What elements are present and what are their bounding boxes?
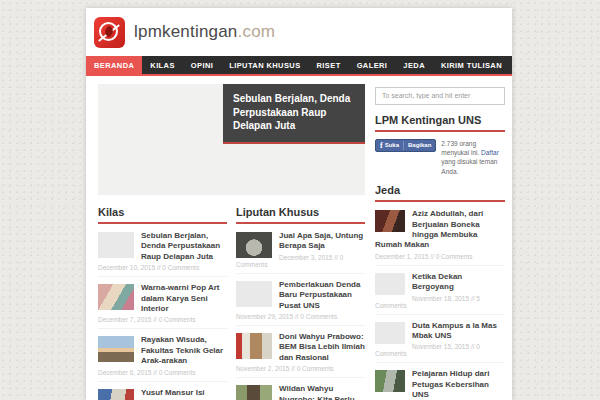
search-input[interactable] [375, 87, 505, 105]
sidebar-section-facebook: LPM Kentingan UNS fSuka Bagikan 2.739 or… [375, 114, 505, 177]
article-item: Ketika Dekan Bergoyang November 18, 2015… [375, 266, 505, 315]
site-name: lpmkentingan [134, 22, 238, 41]
section-kilas: Kilas Sebulan Berjalan, Denda Perpustaka… [98, 206, 227, 400]
facebook-text-after: yang disukai teman Anda. [441, 158, 497, 174]
site-logo[interactable] [94, 17, 125, 48]
section-heading-liputan-khusus: Liputan Khusus [236, 206, 365, 224]
site-title[interactable]: lpmkentingan.com [134, 22, 275, 42]
site-header: lpmkentingan.com [86, 8, 512, 56]
main-column: Sebulan Berjalan, Denda Perpustakaan Rau… [98, 84, 365, 400]
article-item: Yusuf Mansur Isi Tabligh Akbar December … [98, 382, 227, 400]
article-meta: November 15, 2015 // 0 Comments [375, 343, 505, 357]
article-thumbnail[interactable] [375, 370, 405, 392]
article-thumbnail[interactable] [375, 273, 405, 295]
featured-slider[interactable]: Sebulan Berjalan, Denda Perpustakaan Rau… [98, 84, 365, 195]
article-thumbnail[interactable] [236, 232, 272, 258]
section-heading-kilas: Kilas [98, 206, 227, 224]
article-meta: November 2, 2015 // 0 Comments [236, 365, 365, 372]
site-tld: .com [238, 22, 276, 41]
article-item: Aziz Abdullah, dari Berjualan Boneka hin… [375, 203, 505, 266]
nav-item-riset[interactable]: RISET [309, 56, 349, 74]
article-item: Sebulan Berjalan, Denda Perpustakaan Rau… [98, 225, 227, 277]
article-thumbnail[interactable] [375, 210, 405, 232]
main-nav: BERANDA KILAS OPINI LIPUTAN KHUSUS RISET… [86, 56, 512, 76]
article-thumbnail[interactable] [236, 385, 272, 400]
article-meta: December 1, 2015 // 0 Comments [375, 253, 505, 260]
nav-item-jeda[interactable]: JEDA [395, 56, 433, 74]
nav-item-liputan-khusus[interactable]: LIPUTAN KHUSUS [221, 56, 308, 74]
facebook-icon: f [380, 141, 383, 150]
article-thumbnail[interactable] [98, 336, 134, 362]
article-thumbnail[interactable] [98, 389, 134, 400]
facebook-like-label: Suka [385, 142, 399, 148]
article-meta: December 6, 2015 // 0 Comments [98, 369, 227, 376]
article-item: Pemberlakuan Denda Baru Perpustakaan Pus… [236, 274, 365, 326]
article-meta: November 18, 2015 // 5 Comments [375, 295, 505, 309]
nav-item-beranda[interactable]: BERANDA [86, 56, 142, 74]
article-thumbnail[interactable] [98, 284, 134, 310]
nav-item-opini[interactable]: OPINI [183, 56, 221, 74]
article-thumbnail[interactable] [236, 281, 272, 307]
article-item: Doni Wahyu Prabowo: BEM Bisa Lebih Ilmia… [236, 326, 365, 378]
article-item: Duta Kampus a la Mas Mbak UNS November 1… [375, 315, 505, 364]
section-liputan-khusus: Liputan Khusus Jual Apa Saja, Untung Ber… [236, 206, 365, 400]
article-item: Rayakan Wisuda, Fakultas Teknik Gelar Ar… [98, 329, 227, 381]
article-item: Warna-warni Pop Art dalam Karya Seni Int… [98, 277, 227, 329]
sidebar-heading-lpm-kentingan-uns: LPM Kentingan UNS [375, 114, 505, 132]
article-item: Jual Apa Saja, Untung Berapa Saja Decemb… [236, 225, 365, 274]
nav-item-galeri[interactable]: GALERI [349, 56, 396, 74]
sidebar-section-jeda: Jeda Aziz Abdullah, dari Berjualan Bonek… [375, 184, 505, 400]
nav-item-kirim-tulisan[interactable]: KIRIM TULISAN [433, 56, 510, 74]
featured-slide-title[interactable]: Sebulan Berjalan, Denda Perpustakaan Rau… [223, 84, 365, 144]
facebook-share-label[interactable]: Bagikan [404, 142, 435, 148]
sidebar: LPM Kentingan UNS fSuka Bagikan 2.739 or… [375, 84, 505, 400]
article-item: Pelajaran Hidup dari Petugas Kebersihan … [375, 363, 505, 400]
article-item: Wildan Wahyu Nugroho: Kita Perlu Bergera… [236, 378, 365, 400]
sidebar-heading-jeda: Jeda [375, 184, 505, 202]
article-meta: December 7, 2015 // 0 Comments [98, 316, 227, 323]
article-thumbnail[interactable] [375, 322, 405, 344]
article-thumbnail[interactable] [98, 232, 134, 258]
article-meta: November 29, 2015 // 0 Comments [236, 313, 365, 320]
article-thumbnail[interactable] [236, 333, 272, 359]
facebook-like-count-text: 2.739 orang menyukai ini. Daftar yang di… [441, 139, 505, 177]
page-card: lpmkentingan.com BERANDA KILAS OPINI LIP… [86, 8, 512, 400]
article-meta: December 10, 2015 // 0 Comments [98, 264, 227, 271]
facebook-signup-link[interactable]: Daftar [481, 149, 499, 156]
facebook-like-button[interactable]: fSuka Bagikan [375, 139, 436, 152]
nav-item-kilas[interactable]: KILAS [142, 56, 183, 74]
facebook-text-before: 2.739 orang menyukai ini. [441, 140, 479, 156]
pen-nib-circle-icon [99, 22, 118, 41]
